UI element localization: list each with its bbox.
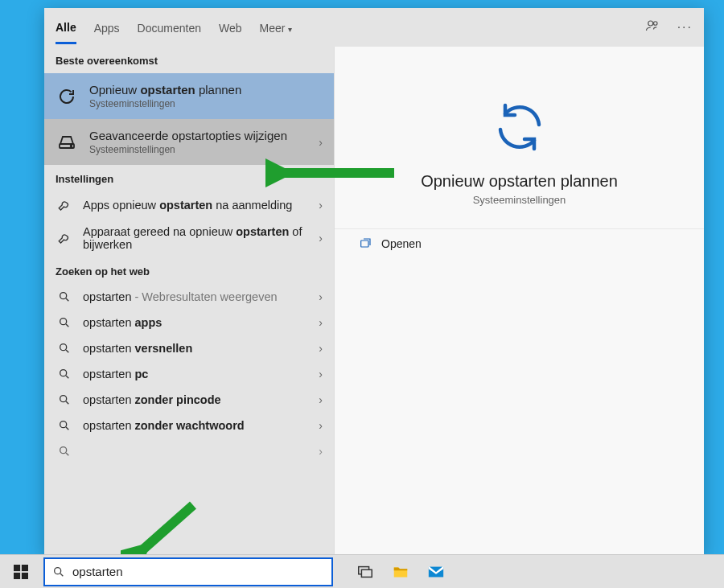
settings-item-device-ready[interactable]: Apparaat gereed na opnieuw opstarten of … [44, 219, 334, 257]
svg-point-8 [60, 396, 67, 402]
svg-rect-11 [361, 241, 368, 247]
tab-apps[interactable]: Apps [94, 12, 120, 43]
settings-item-label: Apps opnieuw opstarten na aanmelding [83, 199, 309, 212]
section-web: Zoeken op het web [44, 257, 334, 284]
web-item-label: opstarten - Webresultaten weergeven [83, 290, 309, 303]
wrench-icon [56, 198, 73, 212]
section-best-match: Beste overeenkomst [44, 47, 334, 73]
preview-subtitle: Systeeminstellingen [335, 194, 704, 206]
svg-rect-16 [14, 572, 20, 578]
search-icon [56, 342, 73, 355]
web-item-label: opstarten zonder wachtwoord [83, 419, 309, 432]
preview-action-open[interactable]: Openen [335, 229, 704, 258]
svg-point-6 [60, 344, 67, 351]
chevron-right-icon[interactable]: › [319, 445, 323, 458]
restart-icon [56, 85, 78, 108]
search-scope-tabs: Alle Apps Documenten Web Meer ··· [44, 8, 334, 47]
chevron-right-icon[interactable]: › [319, 232, 323, 245]
svg-point-5 [60, 319, 67, 325]
chevron-right-icon[interactable]: › [319, 316, 323, 329]
web-item-2[interactable]: opstarten apps › [44, 310, 334, 335]
result-subtitle: Systeeminstellingen [89, 98, 241, 109]
chevron-right-icon[interactable]: › [319, 393, 323, 406]
preview-title: Opnieuw opstarten plannen [335, 172, 704, 191]
web-item-label: opstarten pc [83, 368, 309, 380]
taskbar-pinned [333, 562, 446, 582]
svg-point-9 [60, 421, 67, 428]
section-settings: Instellingen [44, 165, 334, 191]
web-item-6[interactable]: opstarten zonder wachtwoord › [44, 413, 334, 438]
web-item-label: opstarten apps [83, 316, 309, 329]
search-icon [56, 445, 73, 458]
search-input[interactable] [72, 565, 331, 578]
web-item-label: opstarten versnellen [83, 342, 309, 355]
web-item-4[interactable]: opstarten pc › [44, 361, 334, 387]
result-title: Geavanceerde opstartopties wijzigen [89, 129, 287, 142]
chevron-right-icon[interactable]: › [319, 136, 323, 149]
chevron-right-icon[interactable]: › [319, 342, 323, 355]
preview-icon [487, 95, 552, 159]
start-button[interactable] [0, 555, 42, 589]
result-text: Geavanceerde opstartopties wijzigen Syst… [89, 129, 295, 155]
result-subtitle: Systeeminstellingen [89, 144, 287, 155]
chevron-right-icon[interactable]: › [319, 419, 323, 432]
chevron-right-icon[interactable]: › [319, 199, 323, 212]
preview-pane: Opnieuw opstarten plannen Systeeminstell… [334, 8, 704, 555]
settings-item-label: Apparaat gereed na opnieuw opstarten of … [83, 225, 309, 251]
web-item-1[interactable]: opstarten - Webresultaten weergeven › [44, 284, 334, 310]
chevron-right-icon[interactable]: › [319, 368, 323, 380]
web-item-3[interactable]: opstarten versnellen › [44, 335, 334, 361]
open-icon [357, 237, 373, 250]
search-icon [56, 368, 73, 380]
search-results-column: Alle Apps Documenten Web Meer ··· Beste … [44, 8, 334, 555]
result-advanced-startup[interactable]: Geavanceerde opstartopties wijzigen Syst… [44, 119, 334, 165]
task-view-icon[interactable] [356, 562, 375, 582]
web-item-5[interactable]: opstarten zonder pincode › [44, 387, 334, 413]
taskbar-search[interactable] [43, 557, 333, 586]
web-item-label: opstarten zonder pincode [83, 393, 309, 406]
svg-rect-20 [361, 569, 372, 577]
mail-icon[interactable] [426, 562, 446, 582]
tab-documents[interactable]: Documenten [138, 12, 201, 43]
search-icon [56, 393, 73, 406]
svg-point-3 [71, 145, 72, 146]
result-restart-schedule[interactable]: Opnieuw opstarten plannen Systeeminstell… [44, 73, 334, 119]
search-icon [56, 316, 73, 329]
tab-more[interactable]: Meer [260, 12, 293, 43]
svg-point-4 [60, 293, 67, 299]
svg-point-18 [55, 567, 61, 574]
start-search-panel: Alle Apps Documenten Web Meer ··· Beste … [44, 8, 704, 555]
tab-web[interactable]: Web [219, 12, 242, 43]
taskbar [0, 554, 724, 588]
svg-rect-17 [22, 572, 28, 578]
web-item-label [83, 445, 309, 458]
result-text: Opnieuw opstarten plannen Systeeminstell… [89, 83, 249, 109]
search-icon [56, 419, 73, 432]
svg-point-10 [60, 447, 67, 454]
preview-action-label: Openen [381, 237, 422, 250]
wrench-icon [56, 231, 73, 245]
result-title: Opnieuw opstarten plannen [89, 83, 241, 97]
search-icon [45, 565, 72, 578]
svg-rect-15 [22, 565, 28, 571]
file-explorer-icon[interactable] [391, 562, 410, 582]
tab-all[interactable]: Alle [56, 11, 76, 44]
svg-point-7 [60, 370, 67, 376]
drive-icon [56, 131, 78, 154]
chevron-right-icon[interactable]: › [319, 290, 323, 303]
settings-item-restart-apps[interactable]: Apps opnieuw opstarten na aanmelding › [44, 191, 334, 219]
web-item-7[interactable]: › [44, 438, 334, 464]
svg-rect-14 [14, 565, 20, 571]
search-icon [56, 290, 73, 303]
